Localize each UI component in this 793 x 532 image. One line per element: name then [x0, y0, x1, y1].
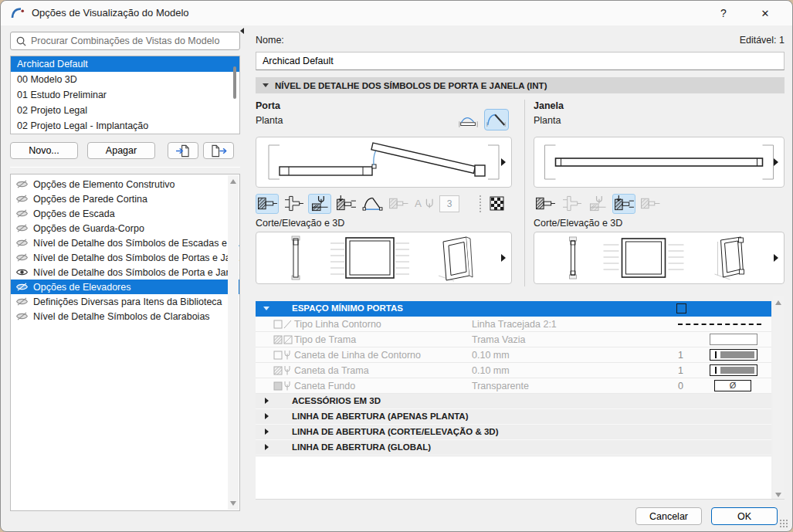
section-header-door-window[interactable]: NÍVEL DE DETALHE DOS SÍMBOLOS DE PORTA E…: [256, 77, 785, 93]
window-symbol-tool[interactable]: [560, 194, 583, 214]
door-symbol-tool[interactable]: [334, 194, 358, 214]
ok-button[interactable]: OK: [711, 507, 778, 525]
scrollbar[interactable]: [228, 175, 239, 510]
model-option-label: Nível de Detalhe Símbolos de Claraboias: [33, 311, 210, 322]
panel-splitter-arrow[interactable]: [240, 28, 244, 34]
divider: [10, 167, 240, 168]
settings-table: ESPAÇO MÍNIMO PORTAS Tipo Linha Contorno…: [256, 296, 785, 501]
eye-slash-icon: [15, 253, 29, 262]
model-option-row[interactable]: Definições Diversas para Itens da Biblio…: [11, 294, 239, 309]
line-type-preview: [678, 318, 763, 330]
model-option-row[interactable]: Opções de Parede Cortina: [11, 191, 239, 206]
desktop-background: Opções de Visualização do Modelo ? ✕ Arc…: [0, 0, 793, 532]
pattern-tool[interactable]: [486, 194, 509, 214]
door-symbol-tool[interactable]: [282, 194, 305, 214]
line-type-icon: [274, 320, 291, 328]
close-button[interactable]: ✕: [752, 1, 778, 25]
setting-row: Caneta da Trama 0.10 mm 1: [256, 363, 771, 378]
door-symbol-tool[interactable]: [256, 194, 279, 214]
model-options-list: Opções de Elemento Construtivo Opções de…: [10, 174, 240, 511]
model-option-row[interactable]: Nível de Detalhe dos Símbolos de Escadas…: [11, 236, 239, 250]
window-plan-preview: [534, 137, 785, 188]
view-combination-row[interactable]: 02 Projeto Legal: [11, 103, 239, 118]
view-combination-row[interactable]: Archicad Default: [11, 56, 239, 72]
window-elevation-preview: [534, 232, 785, 284]
table-section-header[interactable]: LINHA DE ABERTURA (CORTE/ELEVAÇÃO & 3D): [256, 425, 771, 440]
eye-slash-icon: [15, 209, 29, 218]
door-display-toggle[interactable]: [456, 109, 481, 130]
window-symbol-tool[interactable]: [586, 194, 609, 214]
search-icon: [15, 36, 27, 47]
scrollbar-thumb[interactable]: [233, 66, 236, 99]
expand-preview-arrow-icon[interactable]: [501, 254, 506, 262]
door-display-toggle[interactable]: [484, 109, 509, 130]
door-symbol-tool[interactable]: [308, 194, 331, 214]
editable-badge: Editável: 1: [740, 35, 785, 47]
model-option-row[interactable]: Opções de Guarda-Corpo: [11, 221, 239, 236]
eye-slash-icon: [15, 195, 29, 203]
expand-preview-arrow-icon[interactable]: [774, 158, 778, 166]
sym-marker-icon: [337, 195, 355, 210]
door-symbol-tool[interactable]: [387, 194, 410, 214]
window-symbol-tool[interactable]: [534, 194, 557, 214]
sym-marker-icon: [615, 195, 633, 210]
table-section-title: LINHA DE ABERTURA (GLOBAL): [292, 442, 431, 452]
model-option-label: Nível de Detalhe dos Símbolos de Porta e…: [33, 267, 239, 278]
help-button[interactable]: ?: [710, 1, 737, 25]
sym-detailed-icon: [536, 198, 554, 208]
scroll-down-icon[interactable]: [775, 493, 781, 497]
table-scrollbar[interactable]: [773, 296, 785, 501]
model-option-row[interactable]: Opções de Elemento Construtivo: [11, 177, 239, 191]
setting-label: Tipo Linha Contorno: [294, 319, 381, 330]
section-checkbox[interactable]: [676, 303, 686, 313]
setting-value: Linha Tracejada 2:1: [472, 319, 557, 330]
setting-value: Transparente: [472, 381, 529, 391]
expand-preview-arrow-icon[interactable]: [501, 158, 506, 166]
import-button[interactable]: [168, 142, 198, 159]
name-input[interactable]: [256, 52, 785, 70]
door-symbol-tool[interactable]: [413, 194, 436, 214]
cancel-button[interactable]: Cancelar: [635, 507, 702, 525]
setting-label: Caneta de Linha de Contorno: [294, 350, 421, 361]
sym-simple-icon: [389, 198, 408, 208]
view-combination-row[interactable]: 00 Modelo 3D: [11, 72, 239, 87]
scroll-up-icon[interactable]: [230, 179, 236, 184]
chevron-down-icon: [263, 83, 269, 87]
footer-divider: [256, 499, 785, 500]
table-section-header[interactable]: LINHA DE ABERTURA (APENAS PLANTA): [256, 409, 771, 425]
expand-preview-arrow-icon[interactable]: [774, 254, 778, 262]
model-option-row[interactable]: Nível de Detalhe Símbolos de Claraboias: [11, 309, 239, 324]
window-symbol-tool[interactable]: [639, 194, 662, 214]
eye-slash-icon: [15, 180, 29, 188]
table-section-header[interactable]: ACESSÓRIOS EM 3D: [256, 394, 771, 409]
setting-row: Tipo de Trama Trama Vazia: [256, 332, 771, 347]
window-plan-preview-image: [534, 139, 784, 185]
view-combination-row[interactable]: 02 Projeto Legal - Implantação: [11, 118, 239, 134]
view-combination-row[interactable]: 01 Estudo Preliminar: [11, 87, 239, 103]
model-option-row[interactable]: Opções de Escada: [11, 206, 239, 221]
model-option-row[interactable]: Nível de Detalhe dos Símbolos de Portas …: [11, 250, 239, 265]
chevron-right-icon: [265, 444, 269, 450]
section-title: NÍVEL DE DETALHE DOS SÍMBOLOS DE PORTA E…: [275, 81, 547, 90]
archicad-logo-icon: [11, 6, 25, 20]
door-symbol-tool[interactable]: [361, 194, 384, 214]
delete-button[interactable]: Apagar: [87, 142, 155, 159]
detail-count-input[interactable]: [439, 195, 459, 212]
window-symbol-tool[interactable]: [612, 194, 635, 214]
model-option-row[interactable]: Opções de Elevadores: [11, 280, 239, 294]
search-input[interactable]: [31, 32, 236, 49]
scroll-down-icon[interactable]: [230, 501, 236, 506]
sym-pen-icon: [312, 196, 327, 211]
model-option-row[interactable]: Nível de Detalhe dos Símbolos de Porta e…: [11, 265, 239, 280]
new-button[interactable]: Novo...: [10, 142, 78, 159]
view-combination-label: Archicad Default: [17, 59, 88, 69]
table-empty-area: [256, 456, 771, 500]
table-section-espaco-minimo[interactable]: ESPAÇO MÍNIMO PORTAS: [256, 301, 771, 317]
setting-label: Tipo de Trama: [294, 334, 356, 345]
setting-value: Trama Vazia: [472, 334, 525, 345]
scroll-up-icon[interactable]: [775, 300, 781, 305]
resize-grip[interactable]: [779, 519, 788, 528]
export-button[interactable]: [203, 142, 234, 159]
dialog-title: Opções de Visualização do Modelo: [32, 7, 189, 19]
table-section-header[interactable]: LINHA DE ABERTURA (GLOBAL): [256, 440, 771, 456]
